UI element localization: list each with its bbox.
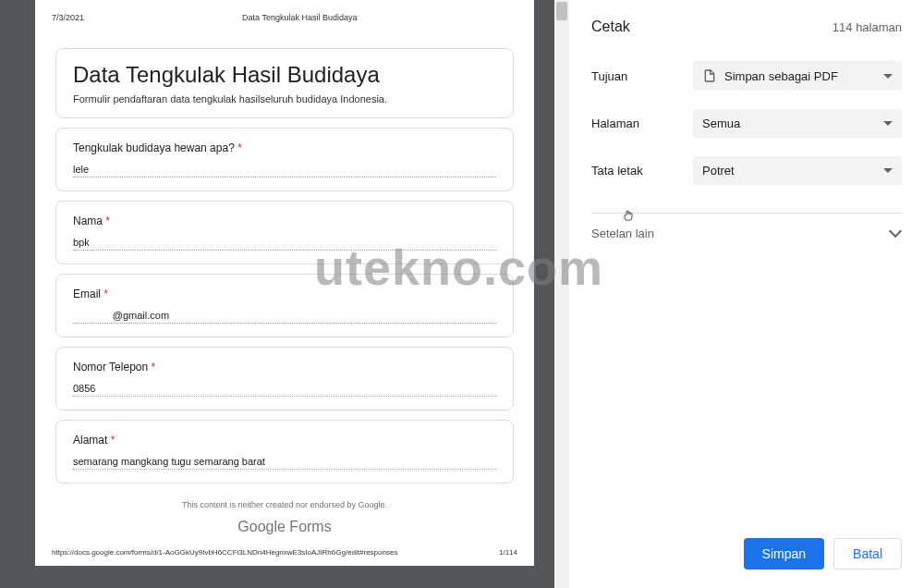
more-settings-toggle[interactable]: Setelan lain xyxy=(591,227,902,240)
divider: Setelan lain xyxy=(591,213,902,240)
field-value: bpk xyxy=(73,237,496,251)
layout-setting-row: Tata letak Potret xyxy=(591,156,902,185)
destination-label: Tujuan xyxy=(591,69,693,83)
required-indicator: * xyxy=(237,141,242,154)
form-title: Data Tengkulak Hasil Budidaya xyxy=(73,62,496,88)
preview-scrollbar[interactable] xyxy=(554,0,569,588)
layout-dropdown[interactable]: Potret xyxy=(693,156,902,185)
page-footer-row: https://docs.google.com/forms/d/1-AoGGkU… xyxy=(48,548,521,557)
required-indicator: * xyxy=(152,361,156,374)
layout-value: Potret xyxy=(702,164,735,178)
pages-dropdown[interactable]: Semua xyxy=(693,109,902,138)
preview-page: 7/3/2021 Data Tengkulak Hasil Budidaya D… xyxy=(35,0,534,566)
google-forms-label: Google Forms xyxy=(55,519,514,535)
field-label: Nomor Telepon * xyxy=(73,361,496,374)
action-buttons: Simpan Batal xyxy=(744,538,902,570)
print-preview-area: 7/3/2021 Data Tengkulak Hasil Budidaya D… xyxy=(0,0,569,588)
scrollbar-thumb[interactable] xyxy=(556,2,567,20)
save-button[interactable]: Simpan xyxy=(744,538,824,570)
destination-dropdown[interactable]: Simpan sebagai PDF xyxy=(693,61,902,91)
form-field-card: Nama * bpk xyxy=(55,201,514,264)
field-value: @gmail.com xyxy=(73,310,496,324)
more-settings-label: Setelan lain xyxy=(591,227,654,240)
page-indicator: 1/114 xyxy=(499,548,517,557)
destination-setting-row: Tujuan Simpan sebagai PDF xyxy=(591,61,902,91)
form-header-card: Data Tengkulak Hasil Budidaya Formulir p… xyxy=(55,48,514,118)
page-header-title: Data Tengkulak Hasil Budidaya xyxy=(242,13,357,22)
form-field-card: Nomor Telepon * 0856 xyxy=(55,347,514,410)
chevron-down-icon xyxy=(883,168,893,173)
form-description: Formulir pendaftaran data tengkulak hasi… xyxy=(73,93,496,104)
pages-label: Halaman xyxy=(591,116,693,130)
destination-value: Simpan sebagai PDF xyxy=(724,69,838,83)
required-indicator: * xyxy=(105,214,110,227)
field-label: Email * xyxy=(73,288,496,300)
disclaimer-text: This content is neither created nor endo… xyxy=(55,500,514,509)
page-header-spacer xyxy=(515,13,517,22)
chevron-down-icon xyxy=(883,74,893,79)
field-label: Alamat * xyxy=(73,434,496,447)
pages-setting-row: Halaman Semua xyxy=(591,109,902,138)
print-settings-panel: Cetak 114 halaman Tujuan Simpan sebagai … xyxy=(569,0,924,588)
required-indicator: * xyxy=(111,434,116,447)
page-header-row: 7/3/2021 Data Tengkulak Hasil Budidaya xyxy=(48,13,521,22)
print-header: Cetak 114 halaman xyxy=(591,18,902,35)
footer-url: https://docs.google.com/forms/d/1-AoGGkU… xyxy=(52,548,397,557)
page-count: 114 halaman xyxy=(833,20,902,34)
required-indicator: * xyxy=(103,288,108,300)
cancel-button[interactable]: Batal xyxy=(833,538,902,570)
field-value: 0856 xyxy=(73,383,496,397)
pdf-icon xyxy=(702,68,717,83)
layout-label: Tata letak xyxy=(591,164,693,178)
chevron-down-icon xyxy=(891,228,902,239)
cursor-hand-icon xyxy=(621,206,636,225)
form-field-card: Tengkulak budidaya hewan apa? * lele xyxy=(55,128,514,191)
form-field-card: Alamat * semarang mangkang tugu semarang… xyxy=(55,420,514,484)
field-value: semarang mangkang tugu semarang barat xyxy=(73,456,496,470)
page-date: 7/3/2021 xyxy=(52,13,84,22)
field-value: lele xyxy=(73,164,496,178)
print-title: Cetak xyxy=(591,18,630,35)
field-label: Nama * xyxy=(73,214,496,227)
field-label: Tengkulak budidaya hewan apa? * xyxy=(73,141,496,154)
chevron-down-icon xyxy=(883,121,893,126)
form-field-card: Email * @gmail.com xyxy=(55,274,514,337)
form-container: Data Tengkulak Hasil Budidaya Formulir p… xyxy=(48,48,521,535)
pages-value: Semua xyxy=(702,116,740,130)
